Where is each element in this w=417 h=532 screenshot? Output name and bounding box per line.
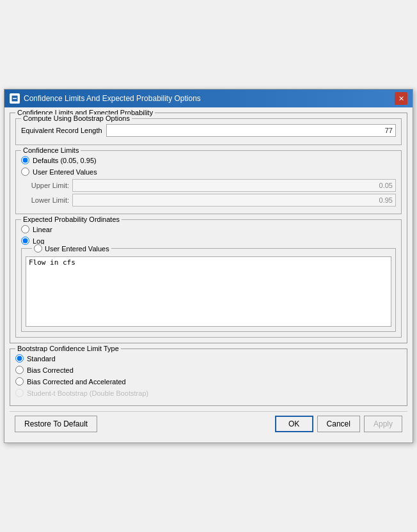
bottom-right-buttons: OK Cancel Apply — [275, 416, 402, 432]
cancel-button[interactable]: Cancel — [317, 416, 360, 432]
confidence-limits-group: Confidence Limits Defaults (0.05, 0.95) … — [15, 150, 402, 214]
linear-radio-row: Linear — [21, 225, 396, 233]
dialog-title: Confidence Limits And Expected Probabili… — [24, 94, 201, 103]
ok-button[interactable]: OK — [275, 416, 313, 432]
record-length-input[interactable] — [106, 124, 396, 137]
dialog-window: Confidence Limits And Expected Probabili… — [4, 89, 413, 443]
user-entered-ep-radio[interactable] — [34, 244, 42, 253]
expected-probability-group: Expected Probability Ordinates Linear Lo… — [15, 219, 402, 338]
title-bar-left: Confidence Limits And Expected Probabili… — [10, 93, 201, 104]
bias-corrected-radio[interactable] — [15, 366, 24, 374]
expected-probability-label: Expected Probability Ordinates — [21, 215, 122, 223]
bootstrap-options-group: Compute Using Bootstrap Options Equivale… — [15, 118, 402, 145]
bias-corrected-accel-radio-label: Bias Corrected and Accelerated — [27, 378, 126, 386]
user-entered-cl-radio-row: User Entered Values — [21, 168, 396, 176]
lower-limit-row: Lower Limit: — [21, 194, 396, 207]
log-radio-label: Log — [33, 237, 44, 245]
upper-limit-row: Upper Limit: — [21, 179, 396, 192]
title-bar: Confidence Limits And Expected Probabili… — [4, 90, 413, 107]
bootstrap-confidence-group: Bootstrap Confidence Limit Type Standard… — [10, 348, 407, 406]
standard-radio-label: Standard — [27, 355, 56, 363]
user-entered-ep-group: User Entered Values — [21, 248, 396, 332]
standard-radio[interactable] — [15, 354, 24, 363]
upper-limit-label: Upper Limit: — [21, 182, 72, 189]
lower-limit-label: Lower Limit: — [21, 196, 72, 204]
user-entered-ep-radio-label: User Entered Values — [45, 245, 109, 253]
defaults-radio[interactable] — [21, 156, 29, 164]
confidence-limits-label: Confidence Limits — [21, 146, 81, 154]
bias-corrected-accel-radio[interactable] — [15, 377, 24, 386]
lower-limit-input — [72, 194, 396, 207]
expected-probability-textarea[interactable] — [26, 256, 391, 327]
dialog-icon — [10, 93, 20, 104]
bootstrap-options-label: Compute Using Bootstrap Options — [21, 114, 132, 122]
record-length-label: Equivalent Record Length — [21, 127, 102, 134]
dialog-body: Confidence Limits and Expected Probabili… — [4, 107, 413, 442]
defaults-radio-row: Defaults (0.05, 0.95) — [21, 156, 396, 164]
defaults-radio-label: Defaults (0.05, 0.95) — [33, 157, 97, 164]
bootstrap-confidence-label: Bootstrap Confidence Limit Type — [15, 345, 121, 352]
log-radio[interactable] — [21, 237, 29, 245]
linear-radio[interactable] — [21, 225, 29, 233]
record-length-row: Equivalent Record Length — [21, 124, 396, 137]
bias-corrected-accel-radio-row: Bias Corrected and Accelerated — [15, 377, 402, 386]
outer-group: Confidence Limits and Expected Probabili… — [10, 113, 407, 343]
close-button[interactable]: ✕ — [395, 92, 407, 105]
apply-button[interactable]: Apply — [364, 416, 402, 432]
student-t-radio-row: Student-t Bootstrap (Double Bootstrap) — [15, 389, 402, 397]
bottom-bar: Restore To Default OK Cancel Apply — [10, 411, 407, 437]
upper-limit-input — [72, 179, 396, 192]
bias-corrected-radio-row: Bias Corrected — [15, 366, 402, 374]
standard-radio-row: Standard — [15, 354, 402, 363]
user-entered-cl-radio[interactable] — [21, 168, 29, 176]
linear-radio-label: Linear — [33, 226, 52, 233]
student-t-radio-label: Student-t Bootstrap (Double Bootstrap) — [27, 389, 148, 397]
restore-default-button[interactable]: Restore To Default — [15, 416, 97, 432]
bias-corrected-radio-label: Bias Corrected — [27, 366, 74, 374]
user-entered-ep-label-box: User Entered Values — [32, 244, 111, 253]
student-t-radio — [15, 389, 24, 397]
user-entered-cl-radio-label: User Entered Values — [33, 168, 97, 176]
